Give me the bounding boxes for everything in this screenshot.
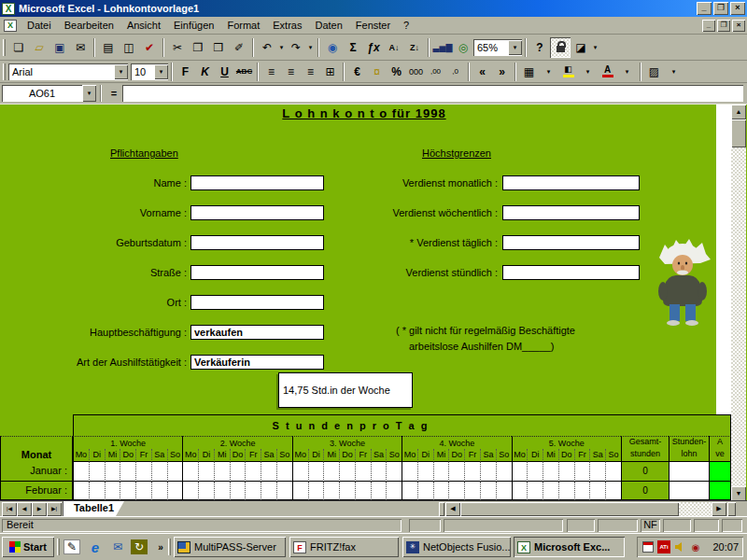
vertical-scroll-thumb[interactable] bbox=[731, 119, 746, 147]
taetigkeit-field[interactable]: Verkäuferin bbox=[190, 355, 324, 370]
day-cell[interactable] bbox=[245, 482, 261, 500]
map-icon[interactable]: ◎ bbox=[453, 37, 473, 58]
task-multipass[interactable]: MultiPASS-Server bbox=[174, 537, 286, 557]
font-combobox[interactable]: Arial ▾ bbox=[8, 63, 128, 80]
scrollbar-corner[interactable] bbox=[727, 502, 736, 516]
day-cell[interactable] bbox=[371, 462, 387, 482]
day-cell[interactable] bbox=[371, 482, 387, 500]
doc-close-icon[interactable]: × bbox=[732, 20, 745, 32]
taskbar-grip[interactable] bbox=[168, 539, 171, 555]
sort-ascending-icon[interactable]: A↓ bbox=[384, 37, 404, 58]
underline-icon[interactable]: U bbox=[215, 63, 234, 81]
font-color-icon[interactable]: A bbox=[598, 63, 617, 81]
fontsize-dropdown-icon[interactable]: ▾ bbox=[154, 64, 168, 79]
day-cell[interactable] bbox=[198, 462, 214, 482]
currency-icon[interactable]: ¤ bbox=[367, 63, 387, 81]
save-icon[interactable]: ▣ bbox=[49, 37, 70, 58]
autosum-icon[interactable]: Σ bbox=[343, 37, 363, 58]
align-center-icon[interactable]: ≡ bbox=[281, 63, 301, 81]
document-icon[interactable]: X bbox=[4, 20, 17, 32]
undo-icon[interactable]: ↶ bbox=[257, 37, 277, 58]
day-cell[interactable] bbox=[558, 462, 574, 482]
zoom-dropdown-icon[interactable]: ▾ bbox=[508, 40, 522, 55]
day-cell[interactable] bbox=[293, 482, 308, 500]
redo-dropdown-icon[interactable]: ▾ bbox=[306, 37, 315, 58]
tab-last-icon[interactable]: ▶| bbox=[47, 502, 62, 516]
menu-fenster[interactable]: Fenster bbox=[349, 18, 397, 33]
namebox-dropdown-icon[interactable]: ▾ bbox=[82, 85, 96, 102]
scroll-up-icon[interactable]: ▲ bbox=[731, 105, 746, 119]
day-cell[interactable] bbox=[433, 482, 449, 500]
day-cell[interactable] bbox=[386, 482, 402, 500]
print-preview-icon[interactable]: ◫ bbox=[119, 37, 139, 58]
volume-icon[interactable] bbox=[673, 540, 686, 553]
day-cell[interactable] bbox=[323, 462, 339, 482]
outlook-express-icon[interactable]: ✉ bbox=[108, 539, 127, 555]
day-cell[interactable] bbox=[183, 482, 198, 500]
doc-restore-icon[interactable]: ❐ bbox=[717, 20, 730, 32]
day-cell[interactable] bbox=[464, 462, 480, 482]
extra-cell[interactable] bbox=[709, 462, 731, 482]
day-cell[interactable] bbox=[105, 482, 120, 500]
fill-dropdown-icon[interactable]: ▾ bbox=[578, 63, 598, 81]
task-netobjects[interactable]: ✳ NetObjects Fusio... bbox=[402, 537, 511, 557]
thousands-icon[interactable]: 000 bbox=[406, 63, 426, 81]
decrease-decimal-icon[interactable]: ,0 bbox=[445, 63, 465, 81]
restore-icon[interactable]: ❐ bbox=[713, 2, 728, 15]
hauptbeschaeftigung-field[interactable]: verkaufen bbox=[190, 325, 324, 340]
tab-splitter[interactable] bbox=[439, 502, 444, 516]
strasse-field[interactable] bbox=[190, 265, 324, 280]
day-cell[interactable] bbox=[89, 462, 105, 482]
gesamtstunden-cell[interactable]: 0 bbox=[621, 482, 669, 500]
menu-ansicht[interactable]: Ansicht bbox=[120, 18, 167, 33]
horizontal-scroll-thumb[interactable] bbox=[460, 502, 679, 516]
day-cell[interactable] bbox=[605, 462, 621, 482]
day-cell[interactable] bbox=[89, 482, 105, 500]
gesamtstunden-cell[interactable]: 0 bbox=[621, 462, 669, 482]
day-cell[interactable] bbox=[120, 482, 135, 500]
euro-icon[interactable]: € bbox=[347, 63, 367, 81]
day-cell[interactable] bbox=[355, 462, 371, 482]
day-cell[interactable] bbox=[245, 462, 261, 482]
doc-minimize-icon[interactable]: _ bbox=[702, 20, 715, 32]
hyperlink-icon[interactable]: ◉ bbox=[322, 37, 343, 58]
cut-icon[interactable]: ✂ bbox=[167, 37, 188, 58]
merge-center-icon[interactable]: ⊞ bbox=[320, 63, 340, 81]
day-cell[interactable] bbox=[558, 482, 574, 500]
print-icon[interactable]: ▤ bbox=[98, 37, 119, 58]
task-scheduler-tray-icon[interactable] bbox=[641, 540, 655, 553]
copy-icon[interactable]: ❐ bbox=[188, 37, 208, 58]
menu-einfuegen[interactable]: Einfügen bbox=[167, 18, 220, 33]
fontsize-combobox[interactable]: 10 ▾ bbox=[131, 63, 168, 80]
hours-note-textbox[interactable]: 14,75 Std.in der Woche bbox=[278, 372, 413, 408]
redo-icon[interactable]: ↷ bbox=[286, 37, 306, 58]
toolbar-grip[interactable] bbox=[3, 39, 6, 56]
day-cell[interactable] bbox=[513, 482, 528, 500]
vertical-scrollbar[interactable]: ▲ ▼ bbox=[731, 105, 746, 500]
borders-dropdown-icon[interactable]: ▾ bbox=[539, 63, 558, 81]
day-cell[interactable] bbox=[527, 462, 543, 482]
internet-explorer-icon[interactable]: e bbox=[86, 539, 105, 555]
help-icon[interactable]: ? bbox=[529, 37, 550, 58]
day-cell[interactable] bbox=[151, 482, 167, 500]
verdienst-stuendlich-field[interactable] bbox=[502, 265, 640, 280]
day-cell[interactable] bbox=[214, 462, 230, 482]
day-cell[interactable] bbox=[589, 462, 605, 482]
menu-datei[interactable]: Datei bbox=[21, 18, 58, 33]
tab-prev-icon[interactable]: ◀ bbox=[17, 502, 32, 516]
fill-color-icon[interactable]: ◧ bbox=[558, 63, 578, 81]
taskbar-grip[interactable] bbox=[57, 539, 60, 555]
increase-indent-icon[interactable]: » bbox=[492, 63, 512, 81]
verdienst-taeglich-field[interactable] bbox=[502, 235, 640, 250]
day-cell[interactable] bbox=[230, 462, 246, 482]
tray-app-icon[interactable]: ◉ bbox=[689, 540, 702, 553]
undo-dropdown-icon[interactable]: ▾ bbox=[277, 37, 286, 58]
day-cell[interactable] bbox=[513, 462, 528, 482]
day-cell[interactable] bbox=[574, 462, 590, 482]
align-right-icon[interactable]: ≡ bbox=[301, 63, 320, 81]
spelling-icon[interactable]: ✔ bbox=[139, 37, 160, 58]
paste-icon[interactable]: ❒ bbox=[208, 37, 229, 58]
formula-input[interactable] bbox=[122, 85, 743, 102]
ati-tray-icon[interactable]: ATi bbox=[657, 540, 670, 553]
day-cell[interactable] bbox=[339, 482, 355, 500]
